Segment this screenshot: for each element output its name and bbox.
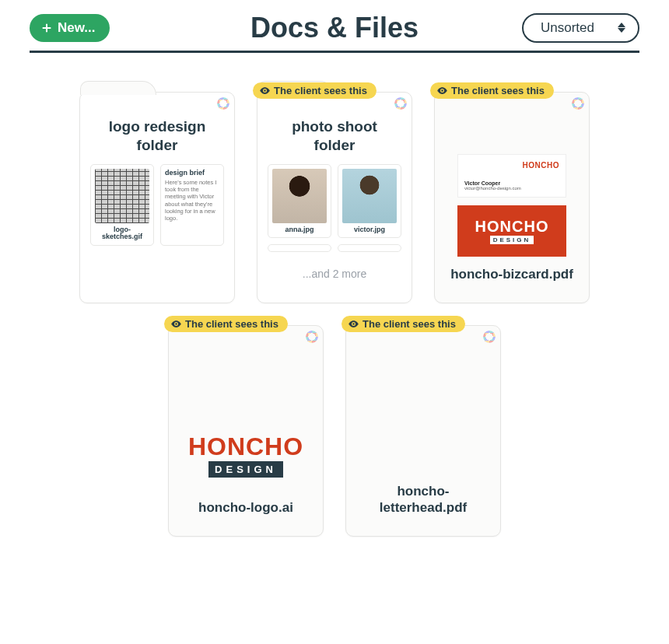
brand-mark: HONCHO	[464, 161, 559, 170]
file-card[interactable]: The client sees this honcho-letterhead.p…	[345, 325, 501, 537]
file-name: honcho-logo.ai	[198, 499, 293, 516]
page-title: Docs & Files	[250, 12, 419, 44]
badge-label: The client sees this	[451, 85, 545, 96]
file-card[interactable]: The client sees this HONCHO Victor Coope…	[434, 92, 590, 303]
folder-previews-more	[257, 244, 412, 252]
eye-icon	[170, 318, 182, 330]
contact-name: Victor Cooper	[464, 180, 559, 186]
new-button-label: New...	[58, 20, 96, 36]
bizcard-back: HONCHO DESIGN	[457, 205, 566, 257]
sort-select-label: Unsorted	[541, 20, 594, 36]
file-preview: HONCHO DESIGN	[188, 394, 303, 478]
preview-doc-title: design brief	[165, 169, 219, 177]
folder-card[interactable]: logo redesign folder logo-sketches.gif d…	[79, 92, 235, 303]
design-bar: DESIGN	[490, 236, 534, 244]
bizcard-front: HONCHO Victor Cooper victor@honcho-desig…	[457, 154, 566, 198]
badge-label: The client sees this	[185, 318, 278, 330]
page-header: New... Docs & Files Unsorted	[30, 16, 639, 53]
folder-card[interactable]: The client sees this photo shoot folder …	[257, 92, 412, 303]
badge-label: The client sees this	[363, 318, 456, 330]
preview-name: logo-sketches.gif	[95, 226, 149, 242]
client-visible-badge: The client sees this	[342, 316, 465, 332]
preview-item: logo-sketches.gif	[90, 164, 154, 247]
client-visible-badge: The client sees this	[430, 82, 554, 99]
new-button[interactable]: New...	[30, 14, 110, 42]
preview-name: anna.jpg	[272, 226, 327, 234]
folder-tab-icon	[80, 81, 156, 95]
design-bar: DESIGN	[208, 461, 283, 478]
color-ring-icon	[572, 97, 584, 110]
sort-caret-icon	[618, 23, 625, 33]
brand-word: HONCHO	[188, 432, 303, 461]
preview-item: victor.jpg	[338, 164, 401, 239]
sort-select[interactable]: Unsorted	[522, 13, 639, 43]
file-name: honcho-bizcard.pdf	[450, 266, 573, 282]
color-ring-icon	[217, 97, 229, 110]
plus-icon	[40, 22, 53, 34]
badge-label: The client sees this	[274, 85, 367, 96]
preview-doc-excerpt: Here's some notes I took from the meetin…	[165, 179, 219, 222]
eye-icon	[348, 318, 359, 330]
file-preview: HONCHO Victor Cooper victor@honcho-desig…	[457, 154, 566, 257]
folder-title: logo redesign folder	[80, 93, 234, 164]
eye-icon	[259, 85, 271, 96]
folder-previews: anna.jpg victor.jpg	[257, 164, 412, 239]
more-count: ...and 2 more	[257, 268, 412, 280]
color-ring-icon	[394, 97, 407, 110]
preview-item: design brief Here's some notes I took fr…	[160, 164, 224, 247]
folder-title: photo shoot folder	[257, 93, 412, 164]
preview-item	[268, 244, 331, 252]
logo-stack: HONCHO DESIGN	[475, 218, 549, 244]
file-card[interactable]: The client sees this HONCHO DESIGN honch…	[168, 325, 324, 537]
items-grid: logo redesign folder logo-sketches.gif d…	[30, 92, 639, 537]
eye-icon	[436, 85, 448, 96]
preview-name: victor.jpg	[342, 226, 397, 234]
preview-item: anna.jpg	[268, 164, 331, 239]
client-visible-badge: The client sees this	[253, 82, 377, 99]
preview-item	[338, 244, 401, 252]
preview-thumb	[272, 169, 327, 223]
color-ring-icon	[483, 331, 496, 343]
contact-email: victor@honcho-design.com	[464, 186, 559, 191]
color-ring-icon	[306, 331, 318, 343]
brand-word: HONCHO	[475, 218, 549, 236]
client-visible-badge: The client sees this	[164, 316, 288, 332]
file-name: honcho-letterhead.pdf	[357, 483, 489, 516]
folder-previews: logo-sketches.gif design brief Here's so…	[80, 164, 234, 247]
preview-thumb	[95, 169, 149, 223]
preview-thumb	[342, 169, 397, 223]
